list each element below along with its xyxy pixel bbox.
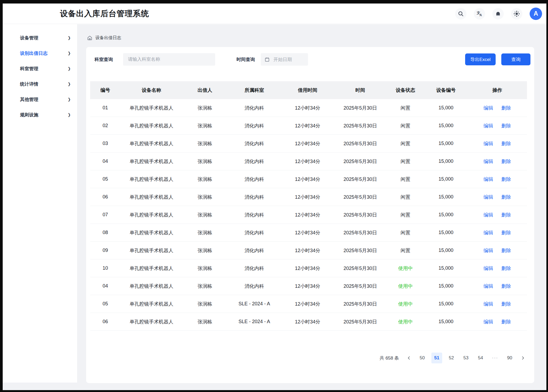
row-id: 01 [90,105,120,111]
time-query-label: 时间查询 [236,53,255,66]
delete-link[interactable]: 删除 [501,158,511,165]
borrow-duration: 12小时34分 [281,105,334,111]
edit-link[interactable]: 编辑 [483,212,493,218]
edit-link[interactable]: 编辑 [483,301,493,307]
sidebar-item[interactable]: 统计详情❯ [3,78,77,90]
edit-link[interactable]: 编辑 [483,105,493,111]
pagination-prev-icon[interactable] [405,353,413,363]
header-icons: 文 A A [455,8,542,20]
pagination-page[interactable]: 53 [461,353,471,363]
delete-link[interactable]: 删除 [501,194,511,200]
device-code: 15,000 [424,301,468,307]
dept-query-label: 科室查询 [94,53,113,66]
dept-search-input[interactable] [123,53,215,66]
device-status: 闲置 [387,194,424,200]
chevron-right-icon: ❯ [68,36,71,40]
main-area: 设备管理❯设别出借日志❯科室管理❯统计详情❯其他管理❯规则设施❯ 设备出借日志 … [3,24,546,390]
brightness-icon[interactable] [511,8,522,19]
delete-link[interactable]: 删除 [501,229,511,236]
pagination-page[interactable]: 90 [504,353,515,363]
sidebar-item[interactable]: 设备管理❯ [3,32,77,44]
table-row: 07单孔腔镜手术机器人张润栋消化内科12小时34分2025年5月30日闲置15,… [90,206,527,224]
pagination-next-icon[interactable] [519,353,527,363]
row-id: 05 [90,176,120,182]
department: 消化内科 [227,229,281,236]
row-actions: 编辑删除 [468,301,527,307]
pagination-page[interactable]: 50 [417,353,428,363]
column-header: 操作 [468,87,527,93]
delete-link[interactable]: 删除 [501,140,511,147]
delete-link[interactable]: 删除 [501,247,511,254]
delete-link[interactable]: 删除 [501,123,511,129]
department: 消化内科 [227,212,281,218]
borrow-date: 2025年5月30日 [334,105,387,111]
row-actions: 编辑删除 [468,283,527,289]
department: 消化内科 [227,140,281,147]
export-excel-button[interactable]: 导出Excel [465,53,496,65]
search-icon[interactable] [455,8,466,19]
department: 消化内科 [227,247,281,254]
edit-link[interactable]: 编辑 [483,247,493,254]
start-date-picker[interactable]: 开始日期 [261,53,308,66]
edit-link[interactable]: 编辑 [483,158,493,165]
department: 消化内科 [227,176,281,183]
device-code: 15,000 [424,141,468,146]
device-code: 15,000 [424,319,468,325]
row-actions: 编辑删除 [468,176,527,183]
edit-link[interactable]: 编辑 [483,176,493,183]
chevron-right-icon: ❯ [68,66,71,71]
delete-link[interactable]: 删除 [501,265,511,272]
device-status: 使用中 [387,319,424,325]
device-name: 单孔腔镜手术机器人 [120,105,182,111]
edit-link[interactable]: 编辑 [483,319,493,325]
edit-link[interactable]: 编辑 [483,194,493,200]
edit-link[interactable]: 编辑 [483,265,493,272]
edit-link[interactable]: 编辑 [483,283,493,289]
delete-link[interactable]: 删除 [501,283,511,289]
table-row: 04单孔腔镜手术机器人张润栋消化内科12小时34分2025年5月30日使用中15… [90,277,527,295]
delete-link[interactable]: 删除 [501,301,511,307]
borrower: 张润栋 [182,229,227,236]
device-log-table: 编号设备名称出借人所属科室借用时间时间设备状态设备编号操作 01单孔腔镜手术机器… [90,81,527,331]
chevron-right-icon: ❯ [68,97,71,102]
row-id: 07 [90,212,120,218]
device-status: 闲置 [387,247,424,254]
borrow-duration: 12小时34分 [281,283,334,289]
device-code: 15,000 [424,283,468,289]
borrow-duration: 12小时34分 [281,194,334,200]
borrow-date: 2025年5月30日 [334,158,387,165]
notification-bell-icon[interactable] [492,8,504,19]
user-avatar[interactable]: A [530,8,542,20]
table-row: 09单孔腔镜手术机器人张润栋消化内科12小时34分2025年5月30日闲置15,… [90,242,527,259]
row-actions: 编辑删除 [468,247,527,254]
edit-link[interactable]: 编辑 [483,140,493,147]
department: SLE - 2024 - A [227,319,281,325]
pagination-page[interactable]: 54 [475,353,486,363]
row-id: 09 [90,248,120,253]
column-header: 时间 [334,87,387,93]
delete-link[interactable]: 删除 [501,319,511,325]
device-name: 单孔腔镜手术机器人 [120,212,182,218]
sidebar-item-label: 设备管理 [20,35,38,41]
chevron-right-icon: ❯ [68,82,71,86]
device-name: 单孔腔镜手术机器人 [120,283,182,289]
translate-icon[interactable]: 文 A [474,8,485,19]
sidebar-item[interactable]: 其他管理❯ [3,93,77,105]
edit-link[interactable]: 编辑 [483,229,493,236]
pagination-page[interactable]: 52 [446,353,457,363]
sidebar-item[interactable]: 科室管理❯ [3,63,77,75]
borrow-duration: 12小时34分 [281,229,334,236]
sidebar-menu: 设备管理❯设别出借日志❯科室管理❯统计详情❯其他管理❯规则设施❯ [3,32,77,121]
sidebar-item[interactable]: 设别出借日志❯ [3,47,77,59]
sidebar-item[interactable]: 规则设施❯ [3,109,77,121]
query-button[interactable]: 查询 [501,53,530,65]
row-id: 10 [90,265,120,271]
breadcrumb: 设备出借日志 [87,35,121,41]
device-status: 闲置 [387,105,424,111]
edit-link[interactable]: 编辑 [483,123,493,129]
delete-link[interactable]: 删除 [501,105,511,111]
delete-link[interactable]: 删除 [501,212,511,218]
pagination-page[interactable]: 51 [431,353,442,363]
delete-link[interactable]: 删除 [501,176,511,183]
borrow-date: 2025年5月30日 [334,176,387,183]
